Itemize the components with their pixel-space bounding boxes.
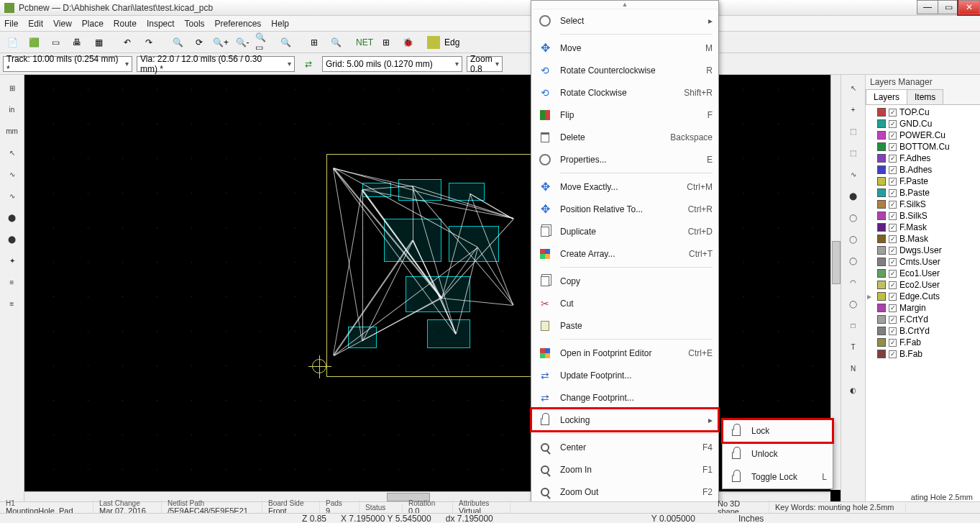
layer-row[interactable]: ✓Eco2.User (867, 279, 979, 291)
ctx-rotate-counterclockwise[interactable]: ⟲Rotate CounterclockwiseR (531, 59, 718, 81)
layer-row[interactable]: ✓F.SilkS (867, 199, 979, 210)
print-icon[interactable]: 🖶 (68, 33, 86, 52)
footprint[interactable] (449, 183, 485, 201)
menu-tools[interactable]: Tools (185, 19, 205, 29)
layer-row[interactable]: ✓Cmts.User (867, 256, 979, 268)
minimize-button[interactable]: — (917, 0, 938, 14)
ctx-flip[interactable]: FlipF (531, 104, 718, 126)
layer-row[interactable]: ✓F.CrtYd (867, 314, 979, 325)
maximize-button[interactable]: ▭ (938, 0, 959, 14)
layer-swatch[interactable] (427, 36, 440, 49)
menu-inspect[interactable]: Inspect (147, 19, 175, 29)
right-tool-button-2[interactable]: ⬚ (843, 121, 864, 141)
right-tool-button-10[interactable]: ◯ (843, 294, 864, 314)
ctx-zoom-in[interactable]: Zoom InF1 (531, 458, 718, 481)
undo-icon[interactable]: ↶ (118, 33, 137, 52)
track-width-combo[interactable]: Track: 10.00 mils (0.254 mm) * (3, 56, 132, 72)
left-tool-button-4[interactable]: ∿ (2, 164, 22, 184)
layer-row[interactable]: ✓Eco1.User (867, 268, 979, 279)
ctx-duplicate[interactable]: DuplicateCtrl+D (531, 220, 718, 242)
ctx-delete[interactable]: DeleteBackspace (531, 126, 718, 148)
via-size-combo[interactable]: Via: 22.0 / 12.0 mils (0.56 / 0.30 mm) * (137, 56, 295, 72)
layer-row[interactable]: ✓B.Paste (867, 187, 979, 199)
left-tool-button-7[interactable]: ⬤ (2, 229, 22, 249)
layer-row[interactable]: ✓Margin (867, 302, 979, 314)
route-settings-icon[interactable]: ⇄ (299, 55, 318, 73)
layer-row[interactable]: ✓B.Mask (867, 233, 979, 245)
right-tool-button-3[interactable]: ⬚ (843, 142, 864, 163)
search-icon[interactable]: 🔍 (326, 33, 345, 52)
menu-preferences[interactable]: Preferences (215, 19, 262, 29)
zoom-combo[interactable]: Zoom 0.8 (467, 56, 503, 72)
ctx-properties-[interactable]: Properties...E (531, 148, 718, 170)
ctx-select[interactable]: Select▸ (531, 9, 718, 32)
board-setup-icon[interactable]: 🟩 (24, 33, 43, 52)
ctx-center[interactable]: CenterF4 (531, 436, 718, 458)
page-settings-icon[interactable]: ▭ (46, 33, 65, 52)
right-tool-button-4[interactable]: ∿ (843, 164, 864, 184)
layer-row[interactable]: ✓BOTTOM.Cu (867, 141, 979, 153)
menu-place[interactable]: Place (82, 19, 104, 29)
right-tool-button-5[interactable]: ⬤ (843, 186, 864, 206)
ctx-position-relative-to-[interactable]: ✥Position Relative To...Ctrl+R (531, 198, 718, 220)
drc-icon[interactable]: ⊞ (377, 33, 395, 52)
menu-route[interactable]: Route (114, 19, 137, 29)
right-tool-button-9[interactable]: ◠ (843, 272, 864, 292)
tab-layers[interactable]: Layers (866, 89, 907, 104)
right-tool-button-6[interactable]: ◯ (843, 207, 864, 227)
right-tool-button-0[interactable]: ↖ (843, 78, 864, 98)
ctx-open-in-footprint-editor[interactable]: Open in Footprint EditorCtrl+E (531, 342, 718, 364)
plot-icon[interactable]: ▦ (89, 33, 108, 52)
footprint-icon[interactable]: ⊞ (305, 33, 324, 52)
layer-row[interactable]: ✓GND.Cu (867, 118, 979, 129)
menu-edit[interactable]: Edit (28, 19, 43, 29)
refresh-icon[interactable]: ⟳ (190, 33, 209, 52)
ctx-move-exactly-[interactable]: ✥Move Exactly...Ctrl+M (531, 176, 718, 198)
netlist-icon[interactable]: NET (355, 33, 374, 52)
layer-row[interactable]: ✓B.CrtYd (867, 325, 979, 337)
subctx-toggle-lock[interactable]: Toggle LockL (723, 465, 833, 488)
left-tool-button-5[interactable]: ∿ (2, 186, 22, 206)
ctx-rotate-clockwise[interactable]: ⟲Rotate ClockwiseShift+R (531, 81, 718, 104)
layer-row[interactable]: ✓F.Adhes (867, 153, 979, 164)
layers-list[interactable]: ✓TOP.Cu✓GND.Cu✓POWER.Cu✓BOTTOM.Cu✓F.Adhe… (866, 105, 980, 501)
ctx-move[interactable]: ✥MoveM (531, 37, 718, 59)
subctx-lock[interactable]: Lock (723, 419, 833, 442)
ctx-locking[interactable]: Locking▸ (531, 409, 718, 431)
zoom-fit-icon[interactable]: 🔍 (168, 33, 187, 52)
layer-row[interactable]: ✓B.Fab (867, 348, 979, 360)
ctx-change-footprint-[interactable]: ⇄Change Footprint... (531, 386, 718, 409)
ctx-update-footprint-[interactable]: ⇄Update Footprint... (531, 364, 718, 386)
left-tool-button-6[interactable]: ⬤ (2, 207, 22, 227)
left-tool-button-0[interactable]: ⊞ (2, 78, 22, 98)
ctx-create-array-[interactable]: Create Array...Ctrl+T (531, 242, 718, 265)
right-tool-button-13[interactable]: N (843, 358, 864, 378)
layer-row[interactable]: ✓TOP.Cu (867, 106, 979, 118)
layer-row[interactable]: ✓F.Fab (867, 337, 979, 348)
zoom-selection-icon[interactable]: 🔍 (276, 33, 295, 52)
close-button[interactable]: ✕ (958, 0, 980, 14)
left-tool-button-1[interactable]: in (2, 99, 22, 119)
left-tool-button-10[interactable]: ≡ (2, 294, 22, 314)
grid-combo[interactable]: Grid: 5.00 mils (0.1270 mm) (322, 56, 462, 72)
redo-icon[interactable]: ↷ (139, 33, 158, 52)
zoom-window-icon[interactable]: 🔍▭ (255, 33, 273, 52)
layer-row[interactable]: ✓F.Mask (867, 222, 979, 233)
left-tool-button-8[interactable]: ✦ (2, 250, 22, 270)
tab-items[interactable]: Items (907, 89, 943, 104)
right-tool-button-8[interactable]: ◯ (843, 250, 864, 270)
layer-row[interactable]: ▸✓Edge.Cuts (867, 291, 979, 302)
ctx-cut[interactable]: ✂Cut (531, 292, 718, 314)
left-tool-button-3[interactable]: ↖ (2, 142, 22, 163)
zoom-in-icon[interactable]: 🔍+ (211, 33, 230, 52)
layer-row[interactable]: ✓Dwgs.User (867, 245, 979, 256)
menu-help[interactable]: Help (271, 19, 289, 29)
menu-view[interactable]: View (53, 19, 72, 29)
left-tool-button-9[interactable]: ≡ (2, 272, 22, 292)
layer-row[interactable]: ✓F.Paste (867, 176, 979, 187)
new-icon[interactable]: 📄 (3, 33, 22, 52)
right-tool-button-14[interactable]: ◐ (843, 380, 864, 400)
menu-file[interactable]: File (4, 19, 18, 29)
right-tool-button-12[interactable]: T (843, 337, 864, 357)
ctx-copy[interactable]: Copy (531, 270, 718, 292)
